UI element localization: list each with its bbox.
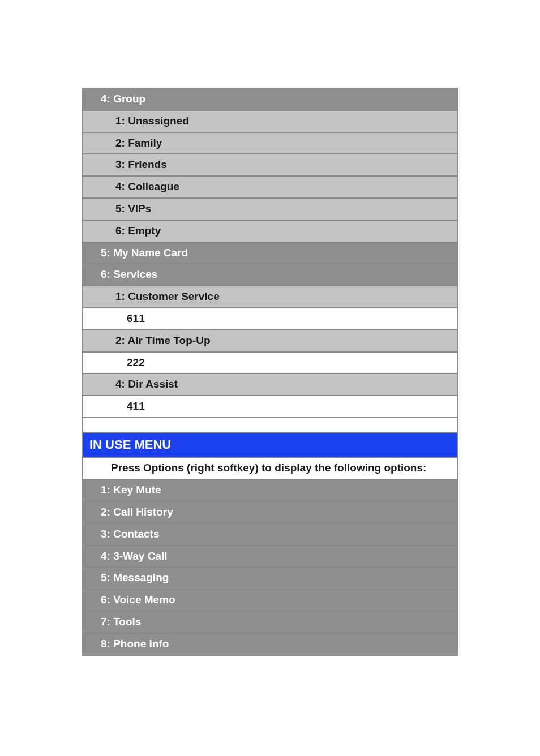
menu-item-my-name-card: 5: My Name Card [83, 242, 457, 264]
menu-item-vips: 5: VIPs [83, 198, 457, 220]
menu-item-phone-info: 8: Phone Info [83, 633, 457, 655]
menu-item-3-way-call: 4: 3-Way Call [83, 545, 457, 568]
menu-item-voice-memo: 6: Voice Memo [83, 589, 457, 611]
menu-item-call-history: 2: Call History [83, 501, 457, 523]
menu-item-services: 6: Services [83, 264, 457, 286]
menu-item-customer-service-number: 611 [83, 308, 457, 330]
menu-item-empty: 6: Empty [83, 220, 457, 242]
menu-table-1: 4: Group 1: Unassigned 2: Family 3: Frie… [82, 88, 458, 656]
menu-item-dir-assist: 4: Dir Assist [83, 373, 457, 396]
menu-item-friends: 3: Friends [83, 154, 457, 176]
menu-item-key-mute: 1: Key Mute [83, 479, 457, 501]
instruction-text: Press Options (right softkey) to display… [83, 457, 457, 479]
blank-row [83, 418, 457, 432]
menu-item-contacts: 3: Contacts [83, 523, 457, 545]
menu-item-air-time-topup-number: 222 [83, 352, 457, 374]
menu-item-tools: 7: Tools [83, 611, 457, 633]
menu-item-customer-service: 1: Customer Service [83, 286, 457, 308]
section-header-in-use-menu: IN USE MENU [83, 432, 457, 457]
menu-item-messaging: 5: Messaging [83, 567, 457, 589]
menu-item-colleague: 4: Colleague [83, 176, 457, 198]
menu-item-air-time-topup: 2: Air Time Top-Up [83, 330, 457, 352]
menu-item-dir-assist-number: 411 [83, 396, 457, 418]
menu-item-family: 2: Family [83, 132, 457, 154]
menu-item-unassigned: 1: Unassigned [83, 110, 457, 132]
menu-item-group: 4: Group [83, 88, 457, 110]
